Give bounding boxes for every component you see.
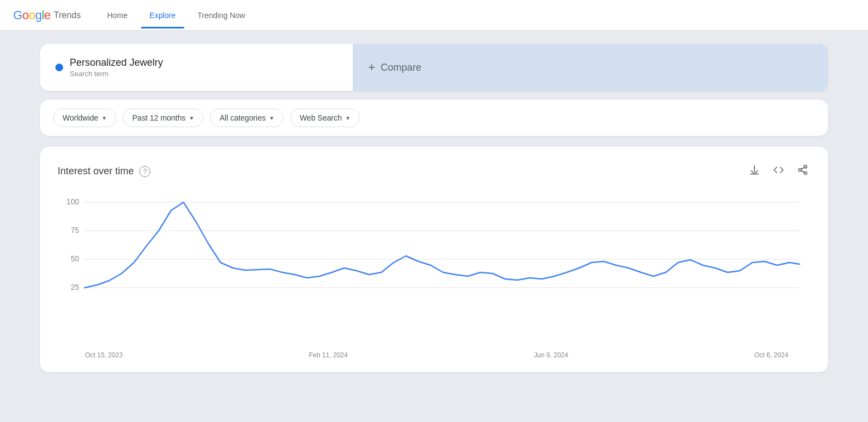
header: Google Trends Home Explore Trending Now [0,0,868,31]
chart-actions [747,162,810,180]
x-label-1: Oct 15, 2023 [85,351,123,359]
download-button[interactable] [747,162,762,180]
logo-trends: Trends [54,10,81,20]
compare-label: Compare [381,62,421,73]
trend-chart-svg: 100 75 50 25 [58,191,810,345]
svg-text:25: 25 [71,283,80,292]
main-nav: Home Explore Trending Now [98,7,253,24]
help-icon[interactable]: ? [139,166,150,177]
nav-home[interactable]: Home [98,7,136,24]
time-filter-chevron: ▼ [189,115,194,121]
x-label-4: Oct 6, 2024 [754,351,788,359]
logo-e: e [44,8,50,22]
search-term-card: Personalized Jewelry Search term [40,44,353,91]
chart-container: 100 75 50 25 Oct 15, 2023 Feb 11, 2024 J… [58,191,810,359]
embed-button[interactable] [771,162,786,180]
chart-header: Interest over time ? [58,162,810,180]
search-term-text: Personalized Jewelry Search term [70,57,163,78]
category-filter[interactable]: All categories ▼ [210,109,284,127]
logo-o2: o [29,8,35,22]
category-filter-chevron: ▼ [269,115,274,121]
filters-row: Worldwide ▼ Past 12 months ▼ All categor… [40,100,828,136]
svg-text:100: 100 [66,197,79,206]
svg-line-4 [801,170,804,172]
category-filter-label: All categories [219,113,266,122]
search-type-filter-chevron: ▼ [345,115,351,121]
geo-filter[interactable]: Worldwide ▼ [53,109,116,127]
nav-explore[interactable]: Explore [141,7,184,24]
search-area: Personalized Jewelry Search term + Compa… [40,44,828,91]
svg-line-5 [801,167,804,169]
logo-g2: g [35,8,42,22]
search-term-name: Personalized Jewelry [70,57,163,69]
x-label-3: Jun 9, 2024 [534,351,568,359]
search-dot-indicator [55,64,63,71]
x-axis-labels: Oct 15, 2023 Feb 11, 2024 Jun 9, 2024 Oc… [58,347,810,359]
logo-g: G [13,8,22,22]
share-button[interactable] [795,162,810,180]
logo-o1: o [22,8,29,22]
svg-text:75: 75 [71,226,80,235]
chart-title: Interest over time [58,166,134,177]
time-filter[interactable]: Past 12 months ▼ [123,109,204,127]
search-type-filter-label: Web Search [300,113,342,122]
main-content: Personalized Jewelry Search term + Compa… [22,31,846,385]
compare-card[interactable]: + Compare [353,44,828,91]
nav-trending-now[interactable]: Trending Now [189,7,254,24]
google-trends-logo: Google Trends [13,8,81,22]
search-term-type: Search term [70,70,163,78]
chart-title-row: Interest over time ? [58,166,150,177]
search-type-filter[interactable]: Web Search ▼ [290,109,360,127]
x-label-2: Feb 11, 2024 [309,351,348,359]
geo-filter-chevron: ▼ [102,115,107,121]
chart-card: Interest over time ? [40,147,828,372]
svg-text:50: 50 [71,254,80,263]
geo-filter-label: Worldwide [63,113,98,122]
time-filter-label: Past 12 months [132,113,185,122]
compare-plus-icon: + [368,60,375,75]
